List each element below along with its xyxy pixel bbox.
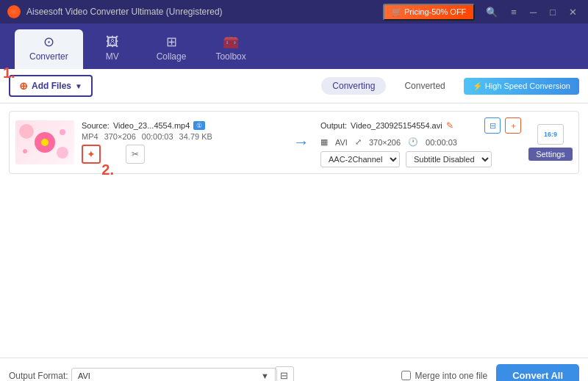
output-format: AVI [335, 138, 348, 147]
add-files-label: Add Files [32, 81, 71, 91]
copy-icon-button[interactable]: ⊟ [484, 117, 501, 134]
file-thumbnail [15, 120, 74, 164]
collage-icon: ⊞ [166, 35, 177, 48]
mv-icon: 🖼 [106, 35, 119, 48]
promo-button[interactable]: 🛒 Pricing-50% OFF [383, 4, 475, 21]
add-output-button[interactable]: ＋ [505, 117, 521, 134]
output-filename: Video_230925154554.avi [351, 121, 442, 130]
source-badge: ① [193, 121, 205, 130]
file-actions: ✦ 2. ✂ [82, 145, 282, 164]
content-wrapper: 1. ⊕ Add Files ▼ Converting Converted ⚡ … [0, 69, 588, 381]
file-duration: 00:00:03 [142, 132, 173, 141]
label-1-badge: 1. [3, 65, 15, 81]
main-toolbar: 1. ⊕ Add Files ▼ Converting Converted ⚡ … [0, 69, 588, 104]
output-meta: ▦ AVI ⤢ 370×206 🕐 00:00:03 [320, 137, 521, 147]
file-size: 34.79 KB [179, 132, 212, 141]
settings-button[interactable]: Settings [528, 148, 573, 161]
cut-button[interactable]: ✂ [126, 145, 145, 164]
file-list-area: Source: Video_23...4554.mp4 ① MP4 370×20… [0, 104, 588, 181]
toolbox-icon: 🧰 [223, 35, 239, 48]
settings-panel: 16:9 Settings [528, 124, 573, 161]
bottom-right: Merge into one file Convert All [401, 364, 579, 381]
output-duration: 00:00:03 [426, 138, 457, 147]
close-icon[interactable]: ✕ [565, 5, 581, 19]
label-2-badge: 2. [101, 162, 114, 178]
merge-label: Merge into one file [415, 371, 487, 381]
maximize-icon[interactable]: □ [546, 5, 559, 19]
source-filename: Video_23...4554.mp4 [113, 121, 190, 130]
format-settings-icon[interactable]: ⊟ [275, 366, 294, 382]
tab-bar: ⊙ Converter 🖼 MV ⊞ Collage 🧰 Toolbox [0, 23, 588, 69]
subtitle-select[interactable]: Subtitle Disabled [406, 151, 492, 167]
output-format-input[interactable] [71, 368, 277, 382]
empty-drop-area [0, 181, 588, 358]
audio-channel-select[interactable]: AAC-2Channel [320, 151, 400, 167]
clock-icon: 🕐 [408, 137, 418, 147]
search-icon[interactable]: 🔍 [482, 5, 501, 19]
toolbar-right: Converting Converted ⚡ High Speed Conver… [321, 77, 579, 95]
convert-arrow-icon: → [290, 133, 313, 152]
file-row: Source: Video_23...4554.mp4 ① MP4 370×20… [9, 111, 579, 174]
file-format: MP4 [82, 132, 98, 141]
output-label: Output: [320, 121, 347, 130]
file-info: Source: Video_23...4554.mp4 ① MP4 370×20… [82, 121, 282, 164]
tab-collage[interactable]: ⊞ Collage [142, 29, 201, 69]
file-source-row: Source: Video_23...4554.mp4 ① [82, 121, 282, 130]
tab-mv[interactable]: 🖼 MV [83, 29, 142, 69]
window-controls: 🔍 ≡ ─ □ ✕ [482, 5, 581, 19]
output-header: Output: Video_230925154554.avi ✎ ⊟ ＋ [320, 117, 521, 134]
convert-all-button[interactable]: Convert All [496, 364, 579, 381]
merge-checkbox-label[interactable]: Merge into one file [401, 371, 487, 381]
app-logo [7, 5, 21, 18]
output-format-icon: ▦ [320, 137, 328, 147]
converter-icon: ⊙ [43, 35, 54, 48]
tab-collage-label: Collage [157, 51, 187, 62]
file-meta: MP4 370×206 00:00:03 34.79 KB [82, 132, 282, 141]
merge-checkbox-input[interactable] [401, 371, 411, 380]
tab-toolbox[interactable]: 🧰 Toolbox [201, 29, 260, 69]
output-dropdowns: AAC-2Channel Subtitle Disabled [320, 151, 521, 167]
bottom-bar: Output Format: ▼ ⊟ Merge into one file C… [0, 358, 588, 381]
tab-mv-label: MV [106, 51, 119, 62]
scissors-icon: ✂ [132, 149, 139, 159]
file-resolution: 370×206 [104, 132, 136, 141]
tab-toolbox-label: Toolbox [215, 51, 245, 62]
app-title: Aiseesoft Video Converter Ultimate (Unre… [26, 7, 383, 17]
tab-converter-label: Converter [29, 51, 68, 62]
star-icon: ✦ [87, 148, 96, 160]
high-speed-button[interactable]: ⚡ High Speed Conversion [464, 78, 579, 95]
titlebar: Aiseesoft Video Converter Ultimate (Unre… [0, 0, 588, 23]
output-format-label: Output Format: [9, 371, 71, 381]
minimize-icon[interactable]: ─ [526, 5, 540, 19]
converted-tab[interactable]: Converted [393, 77, 456, 95]
dropdown-arrow-icon: ▼ [75, 82, 82, 90]
menu-icon[interactable]: ≡ [507, 5, 520, 19]
enhance-button[interactable]: ✦ 2. [82, 145, 101, 164]
edit-pencil-icon[interactable]: ✎ [446, 120, 453, 131]
aspect-ratio-box[interactable]: 16:9 [537, 124, 564, 145]
converting-tab[interactable]: Converting [321, 77, 386, 95]
plus-icon: ⊕ [19, 80, 28, 92]
output-resolution: 370×206 [369, 138, 401, 147]
output-size-icon: ⤢ [355, 137, 362, 147]
source-label: Source: [82, 121, 110, 130]
output-section: Output: Video_230925154554.avi ✎ ⊟ ＋ ▦ A… [320, 117, 521, 167]
add-files-button[interactable]: ⊕ Add Files ▼ [9, 75, 93, 97]
output-action-icons: ⊟ ＋ [484, 117, 521, 134]
output-format-row: Output Format: ▼ ⊟ Merge into one file C… [9, 364, 579, 381]
tab-converter[interactable]: ⊙ Converter [15, 29, 83, 69]
